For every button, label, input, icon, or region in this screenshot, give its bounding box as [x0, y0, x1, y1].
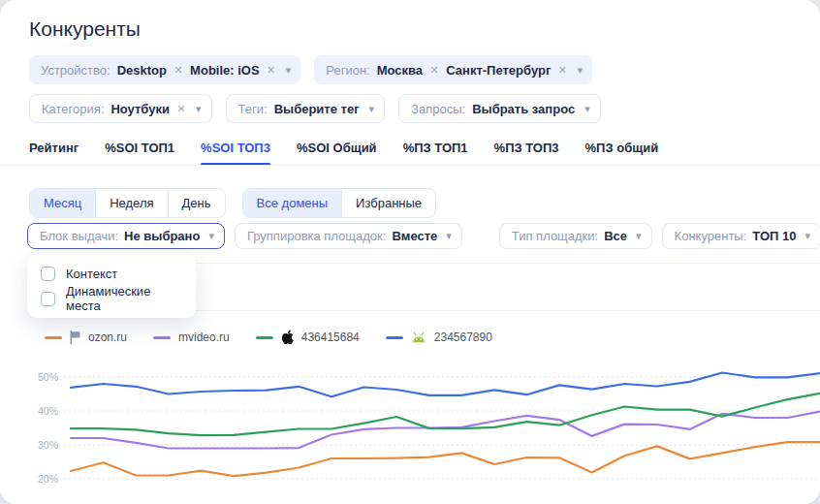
chevron-down-icon[interactable]: ▾ — [636, 230, 642, 242]
svg-text:40%: 40% — [38, 405, 58, 417]
queries-filter-placeholder: Выбрать запрос — [472, 102, 575, 116]
legend-label: 234567890 — [434, 331, 492, 344]
chevron-down-icon[interactable]: ▾ — [578, 64, 583, 77]
select-label: Группировка площадок: — [247, 229, 386, 243]
metric-tabs: Рейтинг %SOI ТОП1 %SOI ТОП3 %SOI Общий %… — [29, 141, 658, 166]
tags-filter-label: Теги: — [238, 102, 268, 116]
page-title: Конкуренты — [29, 17, 141, 41]
dropdown-option-context[interactable]: Контекст — [27, 261, 196, 286]
select-platform-type[interactable]: Тип площадки: Все ▾ — [499, 223, 652, 249]
chevron-down-icon[interactable]: ▾ — [584, 103, 590, 115]
region-filter-value: Санкт-Петербург — [446, 63, 551, 78]
remove-icon[interactable]: × — [267, 63, 276, 77]
legend-item-ozon[interactable]: ozon.ru — [45, 331, 127, 344]
device-filter-label: Устройство: — [41, 63, 110, 78]
domains-segmented-control: Все домены Избранные — [242, 188, 437, 218]
category-filter-label: Категория: — [42, 102, 104, 116]
legend-item-mvideo[interactable]: mvideo.ru — [153, 331, 230, 344]
checkbox-icon[interactable] — [41, 292, 55, 306]
queries-filter-chip[interactable]: Запросы: Выбрать запрос ▾ — [398, 94, 601, 123]
series-color-dash — [386, 336, 403, 339]
tabs-divider — [0, 165, 820, 166]
remove-icon[interactable]: × — [429, 63, 439, 77]
svg-text:50%: 50% — [38, 371, 58, 383]
category-filter-value: Ноутбуки — [110, 102, 170, 116]
tab-soi-total[interactable]: %SOI Общий — [297, 141, 377, 166]
chart-legend: ozon.ru mvideo.ru 436415684 234567890 — [45, 330, 492, 345]
select-value: ТОП 10 — [752, 229, 796, 243]
legend-label: mvideo.ru — [178, 331, 230, 344]
tab-pz-top3[interactable]: %ПЗ ТОП3 — [494, 141, 559, 166]
legend-item-android-app[interactable]: 234567890 — [386, 331, 492, 344]
tab-pz-total[interactable]: %ПЗ общий — [585, 141, 659, 166]
result-block-dropdown: Контекст Динамические места — [27, 254, 196, 318]
tab-soi-top3[interactable]: %SOI ТОП3 — [201, 141, 270, 166]
android-icon — [411, 331, 426, 343]
checkbox-icon[interactable] — [41, 267, 55, 281]
chevron-down-icon[interactable]: ▾ — [196, 103, 202, 115]
queries-filter-label: Запросы: — [411, 102, 465, 116]
chevron-down-icon[interactable]: ▾ — [208, 230, 214, 242]
select-label: Конкуренты: — [675, 229, 747, 243]
tab-soi-top1[interactable]: %SOI ТОП1 — [105, 141, 174, 166]
remove-icon[interactable]: × — [173, 63, 183, 77]
device-filter-value: Mobile: iOS — [190, 63, 260, 78]
select-competitors[interactable]: Конкуренты: ТОП 10 ▾ — [662, 223, 820, 249]
series-color-dash — [153, 336, 171, 339]
select-label: Тип площадки: — [512, 229, 598, 243]
chevron-down-icon[interactable]: ▾ — [369, 103, 375, 115]
segments-row: Месяц Неделя День Все домены Избранные — [29, 188, 436, 218]
category-filter-chip[interactable]: Категория: Ноутбуки × ▾ — [29, 94, 212, 123]
segment-day[interactable]: День — [168, 189, 225, 217]
segment-week[interactable]: Неделя — [95, 189, 167, 217]
filter-chips-row-1: Устройство: Desktop × Mobile: iOS × ▾ Ре… — [29, 55, 592, 84]
legend-label: 436415684 — [301, 331, 360, 344]
select-grouping[interactable]: Группировка площадок: Вместе ▾ — [235, 223, 462, 249]
period-segmented-control: Месяц Неделя День — [29, 188, 226, 218]
segment-month[interactable]: Месяц — [30, 189, 95, 217]
series-color-dash — [256, 336, 273, 339]
chevron-down-icon[interactable]: ▾ — [286, 64, 292, 77]
select-value: Вместе — [392, 229, 437, 243]
chevron-down-icon[interactable]: ▾ — [804, 230, 810, 242]
remove-icon[interactable]: × — [557, 63, 567, 77]
competitors-page: Конкуренты Устройство: Desktop × Mobile:… — [0, 0, 820, 504]
legend-item-apple-app[interactable]: 436415684 — [256, 330, 360, 345]
segment-favorites[interactable]: Избранные — [341, 189, 435, 217]
device-filter-value: Desktop — [117, 63, 167, 78]
device-filter-chip[interactable]: Устройство: Desktop × Mobile: iOS × ▾ — [29, 55, 300, 84]
series-color-dash — [45, 336, 62, 339]
dropdown-option-dynamic-places[interactable]: Динамические места — [27, 286, 196, 311]
region-filter-value: Москва — [377, 63, 423, 78]
dropdown-option-label: Динамические места — [66, 284, 182, 313]
tab-rating[interactable]: Рейтинг — [29, 141, 79, 166]
soi-top3-line-chart: 20%30%40%50% — [0, 357, 820, 504]
region-filter-chip[interactable]: Регион: Москва × Санкт-Петербург × ▾ — [314, 55, 592, 84]
region-filter-label: Регион: — [326, 63, 369, 78]
remove-icon[interactable]: × — [176, 102, 186, 115]
selects-row: Блок выдачи: Не выбрано ▾ Группировка пл… — [27, 223, 820, 249]
select-result-block[interactable]: Блок выдачи: Не выбрано ▾ — [27, 223, 225, 249]
select-value: Все — [604, 229, 627, 243]
apple-icon — [281, 330, 294, 345]
svg-text:20%: 20% — [38, 473, 58, 485]
legend-label: ozon.ru — [88, 331, 127, 344]
flag-icon — [70, 331, 80, 344]
tags-filter-chip[interactable]: Теги: Выберите тег ▾ — [226, 94, 386, 123]
tags-filter-placeholder: Выберите тег — [274, 102, 360, 116]
select-label: Блок выдачи: — [40, 229, 118, 243]
svg-text:30%: 30% — [38, 439, 58, 451]
select-value: Не выбрано — [124, 229, 200, 243]
chevron-down-icon[interactable]: ▾ — [446, 230, 452, 242]
filter-chips-row-2: Категория: Ноутбуки × ▾ Теги: Выберите т… — [29, 94, 601, 123]
dropdown-option-label: Контекст — [66, 267, 117, 281]
segment-all-domains[interactable]: Все домены — [243, 189, 342, 217]
tab-pz-top1[interactable]: %ПЗ ТОП1 — [403, 141, 468, 166]
